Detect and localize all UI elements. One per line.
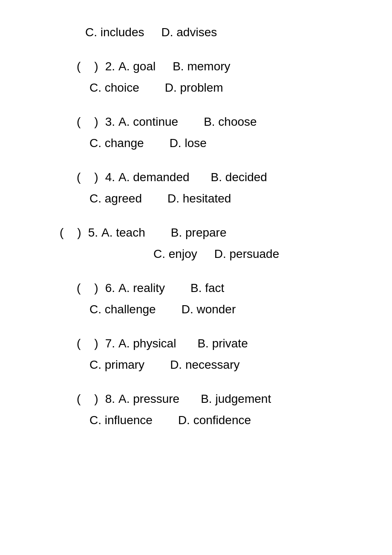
q5-blank [65,226,77,240]
question-3: ( ) 3. A. continue B. choose C. change D… [34,115,358,150]
q3-option-c: C. change [89,136,144,150]
q5-open-paren: ( [60,226,63,240]
q7-blank [82,337,94,350]
question-1-partial: C. includes D. advises [34,26,358,39]
q4-open-paren: ( [77,171,81,184]
q6-blank [82,281,94,295]
q5-option-a: A. teach [101,226,145,240]
q7-option-a: A. physical [118,337,176,350]
q2-blank [82,60,94,73]
q8-option-b: B. judgement [201,392,271,406]
q8-option-a: A. pressure [118,392,179,406]
worksheet-content: C. includes D. advises ( ) 2. A. goal B.… [34,26,358,427]
q6-option-d: D. wonder [182,303,236,316]
q6-option-b: B. fact [190,281,224,295]
q7-close-paren: ) [94,337,98,350]
q7-option-c: C. primary [89,358,144,372]
q3-option-b: B. choose [204,115,257,129]
q1-option-d: D. advises [161,26,217,39]
q6-option-a: A. reality [118,281,165,295]
q3-option-a: A. continue [118,115,178,129]
q7-number: 7. [105,337,115,350]
q7-option-b: B. private [197,337,248,350]
q8-option-c: C. influence [89,413,153,427]
q8-blank [82,392,94,406]
q6-close-paren: ) [94,281,98,295]
q2-open-paren: ( [77,60,81,73]
q3-option-d: D. lose [170,136,207,150]
question-8: ( ) 8. A. pressure B. judgement C. influ… [34,392,358,427]
q7-open-paren: ( [77,337,81,350]
question-6: ( ) 6. A. reality B. fact C. challenge D… [34,281,358,316]
q6-open-paren: ( [77,281,81,295]
q3-close-paren: ) [94,115,98,129]
q8-close-paren: ) [94,392,98,406]
q8-number: 8. [105,392,115,406]
q6-number: 6. [105,281,115,295]
q4-blank [82,171,94,184]
q6-option-c: C. challenge [89,303,156,316]
q2-close-paren: ) [94,60,98,73]
question-5: ( ) 5. A. teach B. prepare C. enjoy D. p… [34,226,358,261]
question-4: ( ) 4. A. demanded B. decided C. agreed … [34,171,358,205]
q3-blank [82,115,94,129]
q4-option-a: A. demanded [118,171,190,184]
q5-option-d: D. persuade [214,247,280,261]
q4-number: 4. [105,171,115,184]
q5-close-paren: ) [77,226,81,240]
q2-option-c: C. choice [89,81,139,95]
q3-open-paren: ( [77,115,81,129]
q5-option-c: C. enjoy [153,247,197,261]
q4-option-b: B. decided [211,171,267,184]
q4-option-d: D. hesitated [167,192,231,205]
q2-option-a: A. goal [118,60,156,73]
q5-option-b: B. prepare [171,226,227,240]
q4-close-paren: ) [94,171,98,184]
q2-number: 2. [105,60,115,73]
question-7: ( ) 7. A. physical B. private C. primary… [34,337,358,372]
q5-number: 5. [88,226,98,240]
question-2: ( ) 2. A. goal B. memory C. choice D. pr… [34,60,358,95]
q4-option-c: C. agreed [89,192,142,205]
q7-option-d: D. necessary [170,358,239,372]
q2-option-b: B. memory [173,60,230,73]
q8-option-d: D. confidence [178,413,251,427]
q1-option-c: C. includes [85,26,144,39]
q8-open-paren: ( [77,392,81,406]
q2-option-d: D. problem [165,81,223,95]
q3-number: 3. [105,115,115,129]
